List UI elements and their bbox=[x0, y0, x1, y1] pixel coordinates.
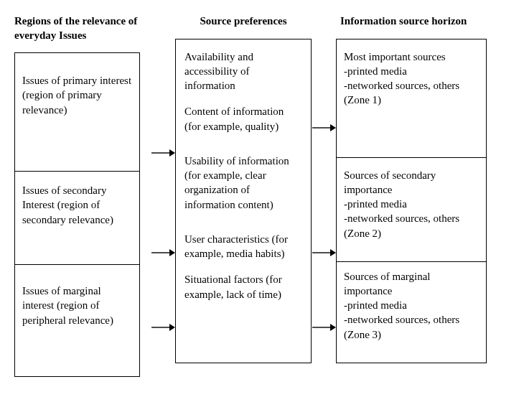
svg-marker-3 bbox=[169, 249, 175, 256]
zone-3: Sources of marginal importance -printed … bbox=[337, 262, 486, 363]
preferences-box: Availability and accessibility of inform… bbox=[175, 39, 312, 363]
heading-horizon: Information source horizon bbox=[336, 14, 487, 29]
region-primary: Issues of primary interest (region of pr… bbox=[15, 53, 139, 172]
zone-item: -printed media bbox=[344, 197, 479, 211]
horizon-box: Most important sources -printed media -n… bbox=[336, 39, 487, 363]
zone-title: Sources of secondary importance bbox=[344, 168, 479, 197]
pref-situational: Situational factors (for example, lack o… bbox=[184, 272, 302, 302]
pref-availability: Availability and accessibility of inform… bbox=[184, 50, 302, 93]
svg-marker-7 bbox=[330, 124, 336, 131]
region-secondary: Issues of secondary Interest (region of … bbox=[15, 172, 139, 265]
zone-item: -printed media bbox=[344, 298, 479, 312]
zone-label: (Zone 1) bbox=[344, 93, 479, 107]
svg-marker-11 bbox=[330, 324, 336, 331]
column-preferences: Source preferences Availability and acce… bbox=[175, 14, 312, 363]
column-horizon: Information source horizon Most importan… bbox=[336, 14, 487, 363]
region-marginal: Issues of marginal interest (region of p… bbox=[15, 265, 139, 376]
pref-usability: Usability of information (for example, c… bbox=[184, 154, 302, 212]
svg-marker-9 bbox=[330, 249, 336, 256]
arrow-icon bbox=[151, 147, 175, 159]
arrow-icon bbox=[312, 122, 336, 134]
regions-box: Issues of primary interest (region of pr… bbox=[14, 52, 140, 377]
heading-preferences: Source preferences bbox=[175, 14, 312, 29]
arrow-icon bbox=[151, 247, 175, 258]
zone-title: Most important sources bbox=[344, 50, 479, 64]
zone-label: (Zone 3) bbox=[344, 327, 479, 342]
arrow-icon bbox=[151, 322, 175, 333]
zone-item: -networked sources, others bbox=[344, 78, 479, 93]
zone-item: -printed media bbox=[344, 64, 479, 78]
zone-2: Sources of secondary importance -printed… bbox=[337, 158, 486, 262]
column-regions: Regions of the relevance of everyday Iss… bbox=[14, 14, 151, 377]
svg-marker-5 bbox=[169, 324, 175, 331]
pref-content: Content of information (for example, qua… bbox=[184, 104, 302, 134]
pref-user-characteristics: User characteristics (for example, media… bbox=[184, 232, 302, 261]
zone-label: (Zone 2) bbox=[344, 226, 479, 241]
arrow-icon bbox=[312, 247, 336, 258]
zone-item: -networked sources, others bbox=[344, 211, 479, 225]
svg-marker-1 bbox=[169, 149, 175, 157]
heading-regions: Regions of the relevance of everyday Iss… bbox=[14, 14, 151, 42]
diagram-container: Regions of the relevance of everyday Iss… bbox=[14, 14, 510, 377]
zone-1: Most important sources -printed media -n… bbox=[337, 39, 486, 158]
zone-item: -networked sources, others bbox=[344, 312, 479, 327]
arrow-icon bbox=[312, 322, 336, 333]
zone-title: Sources of marginal importance bbox=[344, 269, 479, 299]
